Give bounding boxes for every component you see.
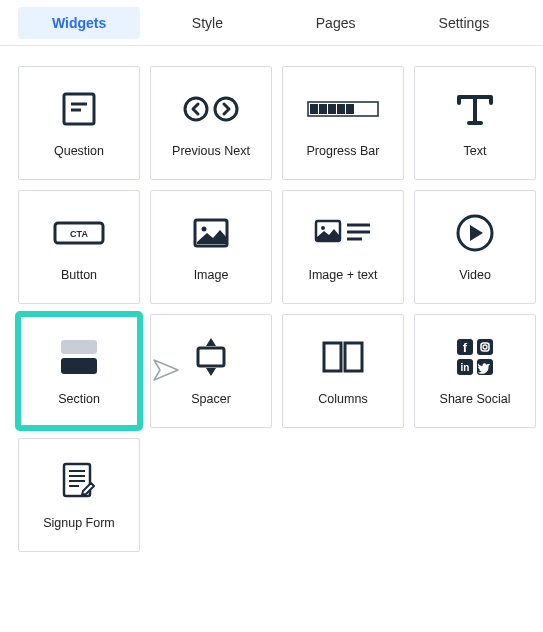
svg-rect-10 (346, 104, 354, 114)
tab-settings[interactable]: Settings (403, 7, 525, 39)
svg-point-34 (488, 343, 490, 345)
widget-label: Section (58, 392, 100, 406)
progress-bar-icon (307, 88, 379, 130)
image-text-icon (314, 212, 372, 254)
widget-label: Video (459, 268, 491, 282)
svg-rect-28 (345, 343, 362, 371)
previous-next-icon (182, 88, 240, 130)
columns-icon (322, 336, 364, 378)
widget-label: Spacer (191, 392, 231, 406)
widget-previous-next[interactable]: Previous Next (150, 66, 272, 180)
widget-label: Signup Form (43, 516, 115, 530)
widget-label: Previous Next (172, 144, 250, 158)
svg-rect-7 (319, 104, 327, 114)
section-icon (59, 336, 99, 378)
image-icon (193, 212, 229, 254)
widget-label: Text (464, 144, 487, 158)
svg-point-4 (215, 98, 237, 120)
widget-image-text[interactable]: Image + text (282, 190, 404, 304)
svg-text:CTA: CTA (70, 229, 88, 239)
widget-label: Progress Bar (307, 144, 380, 158)
svg-rect-31 (477, 339, 493, 355)
widget-text[interactable]: Text (414, 66, 536, 180)
signup-form-icon (59, 460, 99, 502)
svg-rect-27 (324, 343, 341, 371)
widget-video[interactable]: Video (414, 190, 536, 304)
question-icon (60, 88, 98, 130)
button-icon: CTA (53, 212, 105, 254)
video-icon (455, 212, 495, 254)
svg-point-16 (321, 226, 325, 230)
widget-columns[interactable]: Columns (282, 314, 404, 428)
widget-spacer[interactable]: Spacer (150, 314, 272, 428)
widget-button[interactable]: CTA Button (18, 190, 140, 304)
svg-rect-25 (198, 348, 224, 366)
svg-rect-6 (310, 104, 318, 114)
svg-point-3 (185, 98, 207, 120)
widget-section[interactable]: Section (18, 314, 140, 428)
widget-label: Image (194, 268, 229, 282)
spacer-icon (194, 336, 228, 378)
svg-rect-9 (337, 104, 345, 114)
widget-label: Columns (318, 392, 367, 406)
svg-marker-26 (206, 368, 216, 376)
text-icon (455, 88, 495, 130)
widget-question[interactable]: Question (18, 66, 140, 180)
svg-rect-8 (328, 104, 336, 114)
svg-point-14 (202, 227, 207, 232)
svg-marker-24 (206, 338, 216, 346)
svg-rect-22 (61, 340, 97, 354)
share-social-icon: f in (453, 336, 497, 378)
widget-image[interactable]: Image (150, 190, 272, 304)
widget-label: Question (54, 144, 104, 158)
widget-share-social[interactable]: f in Share Social (414, 314, 536, 428)
tab-pages[interactable]: Pages (275, 7, 397, 39)
widgets-grid: Question Previous Next Progress Bar (0, 46, 543, 572)
tabs: Widgets Style Pages Settings (0, 0, 543, 46)
tab-style[interactable]: Style (146, 7, 268, 39)
widget-signup-form[interactable]: Signup Form (18, 438, 140, 552)
widget-progress-bar[interactable]: Progress Bar (282, 66, 404, 180)
svg-marker-21 (470, 225, 483, 241)
widget-label: Button (61, 268, 97, 282)
widget-label: Image + text (308, 268, 377, 282)
tab-widgets[interactable]: Widgets (18, 7, 140, 39)
widget-label: Share Social (440, 392, 511, 406)
svg-text:f: f (463, 340, 468, 355)
svg-rect-23 (61, 358, 97, 374)
svg-text:in: in (461, 362, 470, 373)
